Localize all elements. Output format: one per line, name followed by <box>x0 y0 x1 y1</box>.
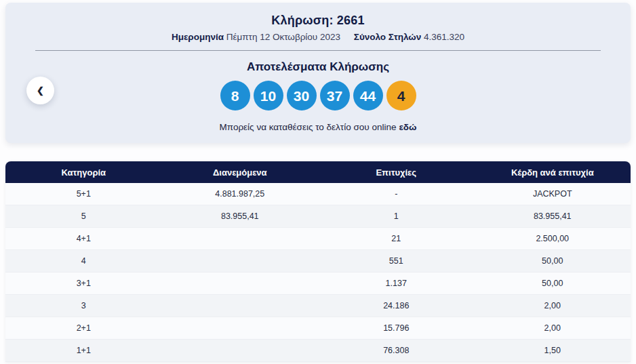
number-ball: 30 <box>287 81 317 110</box>
cell-winners: 551 <box>318 257 475 266</box>
table-row: 5 83.955,41 1 83.955,41 <box>5 205 631 228</box>
total-columns-label: Σύνολο Στηλών <box>354 32 421 42</box>
draw-date-value: Πέμπτη 12 Οκτωβρίου 2023 <box>226 32 340 42</box>
draw-date: Ημερομηνία Πέμπτη 12 Οκτωβρίου 2023 <box>172 32 340 42</box>
table-row: 1+1 76.308 1,50 <box>5 340 631 362</box>
table-row: 3 24.186 2,00 <box>5 295 631 317</box>
cell-distributed: 83.955,41 <box>162 212 319 221</box>
cell-prize: 50,00 <box>475 279 631 288</box>
online-submit-text: Μπορείς να καταθέσεις το δελτίο σου onli… <box>5 122 631 132</box>
cell-category: 3 <box>5 302 162 310</box>
number-ball: 37 <box>320 81 350 110</box>
column-header-distributed: Διανεμόμενα <box>162 168 319 177</box>
total-columns: Σύνολο Στηλών 4.361.320 <box>354 32 464 42</box>
cell-prize: 2,00 <box>475 302 631 310</box>
header-divider <box>35 50 601 51</box>
cell-winners: - <box>318 190 475 199</box>
draw-date-label: Ημερομηνία <box>172 32 224 42</box>
cell-distributed: 4.881.987,25 <box>162 190 319 199</box>
prize-table-body: 5+1 4.881.987,25 - JACKPOT 5 83.955,41 1… <box>5 183 631 362</box>
cell-winners: 1 <box>318 212 475 221</box>
chevron-left-icon: ❮ <box>37 86 44 95</box>
cell-prize: 2.500,00 <box>475 235 631 243</box>
table-row: 2+1 15.796 2,00 <box>5 317 631 340</box>
column-header-prize: Κέρδη ανά επιτυχία <box>475 168 631 177</box>
cell-category: 5 <box>5 212 162 221</box>
draw-results-card: Κλήρωση: 2661 Ημερομηνία Πέμπτη 12 Οκτωβ… <box>5 3 631 143</box>
cell-prize: JACKPOT <box>475 190 631 199</box>
draw-meta: Ημερομηνία Πέμπτη 12 Οκτωβρίου 2023 Σύνο… <box>5 32 631 42</box>
cell-category: 3+1 <box>5 279 162 288</box>
table-row: 5+1 4.881.987,25 - JACKPOT <box>5 183 631 205</box>
prize-table: Κατηγορία Διανεμόμενα Επιτυχίες Κέρδη αν… <box>5 161 631 362</box>
cell-category: 1+1 <box>5 346 162 355</box>
table-row: 3+1 1.137 50,00 <box>5 272 631 295</box>
online-submit-link[interactable]: εδώ <box>399 122 416 132</box>
cell-winners: 21 <box>318 235 475 243</box>
column-header-winners: Επιτυχίες <box>318 168 475 177</box>
cell-prize: 2,00 <box>475 324 631 333</box>
total-columns-value: 4.361.320 <box>424 32 464 42</box>
table-row: 4+1 21 2.500,00 <box>5 228 631 250</box>
cell-category: 4+1 <box>5 235 162 243</box>
number-ball: 44 <box>353 81 383 110</box>
cell-winners: 1.137 <box>318 279 475 288</box>
prize-table-header: Κατηγορία Διανεμόμενα Επιτυχίες Κέρδη αν… <box>5 161 631 183</box>
results-title: Αποτελέσματα Κλήρωσης <box>5 60 631 74</box>
draw-title: Κλήρωση: 2661 <box>5 14 631 28</box>
previous-draw-button[interactable]: ❮ <box>26 77 54 104</box>
cta-text: Μπορείς να καταθέσεις το δελτίο σου onli… <box>220 122 397 132</box>
number-ball: 8 <box>220 81 250 110</box>
cell-winners: 15.796 <box>318 324 475 333</box>
cell-category: 2+1 <box>5 324 162 333</box>
cell-category: 5+1 <box>5 190 162 199</box>
cell-winners: 24.186 <box>318 302 475 310</box>
winning-numbers: 8 10 30 37 44 4 <box>5 81 631 110</box>
cell-prize: 83.955,41 <box>475 212 631 221</box>
cell-winners: 76.308 <box>318 346 475 355</box>
cell-prize: 1,50 <box>475 346 631 355</box>
cell-category: 4 <box>5 257 162 266</box>
table-row: 4 551 50,00 <box>5 250 631 272</box>
bonus-number-ball: 4 <box>386 81 416 110</box>
column-header-category: Κατηγορία <box>5 168 162 177</box>
number-ball: 10 <box>254 81 283 110</box>
cell-prize: 50,00 <box>475 257 631 266</box>
